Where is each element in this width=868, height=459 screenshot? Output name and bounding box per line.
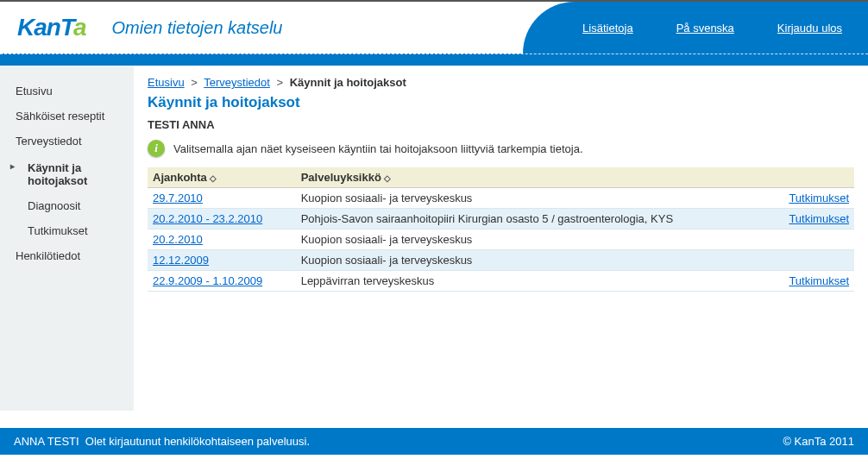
footer-copyright: © KanTa 2011 <box>783 435 854 448</box>
breadcrumb-current: Käynnit ja hoitojaksot <box>290 76 406 89</box>
header-divider <box>0 53 868 66</box>
table-row: 12.12.2009Kuopion sosiaali- ja terveyske… <box>148 250 854 271</box>
sort-icon: ◇ <box>384 173 391 183</box>
info-text: Valitsemalla ajan näet kyseiseen käyntii… <box>173 142 583 155</box>
sidebar-item-terveystiedot[interactable]: Terveystiedot <box>0 129 134 154</box>
visit-action-cell: Tutkimukset <box>767 271 854 292</box>
visit-action-cell: Tutkimukset <box>767 209 854 230</box>
visit-unit: Kuopion sosiaali- ja terveyskeskus <box>296 188 768 209</box>
sidebar-item-diagnoosit[interactable]: Diagnoosit <box>0 193 134 218</box>
header: KanTa Omien tietojen katselu Lisätietoja… <box>0 0 868 66</box>
sidebar-item-kaynnit[interactable]: Käynnit ja hoitojaksot <box>0 155 134 193</box>
page-title: Käynnit ja hoitojaksot <box>148 94 854 111</box>
col-header-date[interactable]: Ajankohta◇ <box>148 167 296 188</box>
breadcrumb-section[interactable]: Terveystiedot <box>204 76 270 89</box>
footer-user-name: ANNA TESTI <box>14 435 79 448</box>
visit-action-cell <box>767 250 854 271</box>
sidebar-item-henkilotiedot[interactable]: Henkilötiedot <box>0 243 134 268</box>
visits-table: Ajankohta◇ Palveluyksikkö◇ 29.7.2010Kuop… <box>148 167 854 292</box>
link-more-info[interactable]: Lisätietoja <box>582 22 633 35</box>
footer: ANNA TESTI Olet kirjautunut henkilökohta… <box>0 428 868 455</box>
visit-action-cell: Tutkimukset <box>767 188 854 209</box>
main-content: Etusivu > Terveystiedot > Käynnit ja hoi… <box>134 66 868 411</box>
link-swedish[interactable]: På svenska <box>676 22 734 35</box>
header-subtitle: Omien tietojen katselu <box>112 18 283 38</box>
visit-tutkimukset-link[interactable]: Tutkimukset <box>789 212 849 225</box>
visit-unit: Kuopion sosiaali- ja terveyskeskus <box>296 250 768 271</box>
brand-logo: KanTa <box>17 14 86 41</box>
table-row: 20.2.2010Kuopion sosiaali- ja terveyskes… <box>148 230 854 250</box>
table-row: 22.9.2009 - 1.10.2009Leppävirran terveys… <box>148 271 854 292</box>
visit-unit: Pohjois-Savon sairaanhoitopiiri Kirurgia… <box>296 209 768 230</box>
sort-icon: ◇ <box>210 173 217 183</box>
visit-unit: Kuopion sosiaali- ja terveyskeskus <box>296 230 768 250</box>
sidebar-item-home[interactable]: Etusivu <box>0 79 134 104</box>
visit-date-link[interactable]: 12.12.2009 <box>153 254 209 267</box>
info-icon: i <box>148 140 165 157</box>
visit-tutkimukset-link[interactable]: Tutkimukset <box>789 192 849 204</box>
visit-tutkimukset-link[interactable]: Tutkimukset <box>789 274 849 287</box>
col-header-date-label: Ajankohta <box>153 171 207 184</box>
sidebar-item-eresepti[interactable]: Sähköiset reseptit <box>0 104 134 129</box>
info-bar: i Valitsemalla ajan näet kyseiseen käynt… <box>148 140 854 157</box>
table-row: 29.7.2010Kuopion sosiaali- ja terveyskes… <box>148 188 854 209</box>
visit-date-link[interactable]: 20.2.2010 <box>153 233 203 246</box>
visit-unit: Leppävirran terveyskeskus <box>296 271 768 292</box>
visit-date-link[interactable]: 22.9.2009 - 1.10.2009 <box>153 274 262 287</box>
top-links: Lisätietoja På svenska Kirjaudu ulos <box>582 2 868 53</box>
sidebar: Etusivu Sähköiset reseptit Terveystiedot… <box>0 66 134 411</box>
breadcrumb-home[interactable]: Etusivu <box>148 76 185 89</box>
visit-date-link[interactable]: 20.2.2010 - 23.2.2010 <box>153 212 262 225</box>
table-row: 20.2.2010 - 23.2.2010Pohjois-Savon saira… <box>148 209 854 230</box>
visit-action-cell <box>767 230 854 250</box>
sidebar-item-tutkimukset[interactable]: Tutkimukset <box>0 218 134 243</box>
link-logout[interactable]: Kirjaudu ulos <box>777 22 842 35</box>
col-header-actions <box>767 167 854 188</box>
breadcrumb: Etusivu > Terveystiedot > Käynnit ja hoi… <box>148 76 854 89</box>
col-header-unit-label: Palveluyksikkö <box>301 171 381 184</box>
col-header-unit[interactable]: Palveluyksikkö◇ <box>296 167 768 188</box>
user-name: TESTI ANNA <box>148 118 854 131</box>
footer-message: Olet kirjautunut henkilökohtaiseen palve… <box>85 435 310 448</box>
visit-date-link[interactable]: 29.7.2010 <box>153 192 203 204</box>
